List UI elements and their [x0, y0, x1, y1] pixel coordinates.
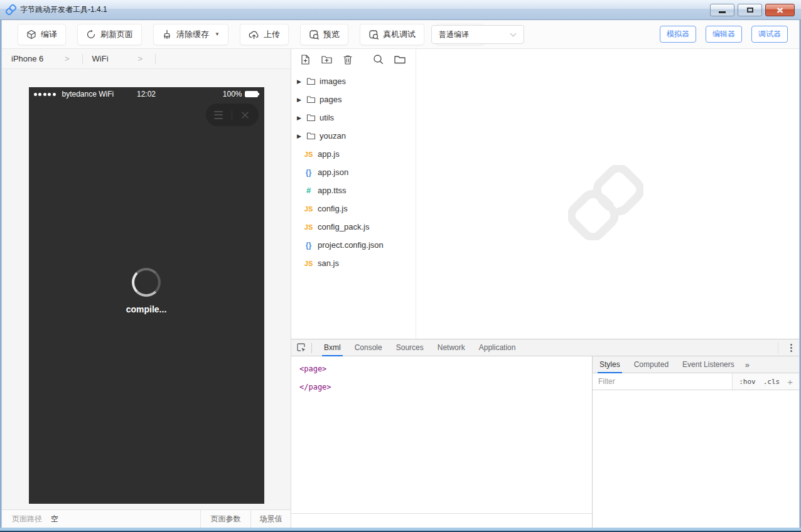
js-file-icon: JS — [303, 151, 314, 158]
hover-state-toggle[interactable]: :hov — [739, 378, 756, 386]
minimize-icon — [719, 11, 726, 13]
styles-filter-input[interactable] — [593, 373, 732, 390]
expand-triangle-icon[interactable]: ▶ — [297, 78, 303, 85]
simulator-toggle-button[interactable]: 模拟器 — [660, 26, 696, 43]
refresh-label: 刷新页面 — [100, 29, 133, 40]
delete-file-button[interactable] — [343, 54, 353, 65]
tree-file-app-ttss[interactable]: # app.ttss — [291, 181, 416, 200]
code-line[interactable]: </page> — [299, 378, 592, 396]
ttss-file-icon: # — [303, 186, 314, 195]
page-params-tab[interactable]: 页面参数 — [200, 510, 250, 528]
styles-sidebar-pane: Styles Computed Event Listeners » :hov .… — [592, 356, 799, 528]
device-bar: iPhone 6 > WiFi > — [2, 49, 291, 69]
editor-toggle-button[interactable]: 编辑器 — [706, 26, 742, 43]
remote-debug-button[interactable]: 真机调试 — [360, 24, 424, 45]
tree-folder-pages[interactable]: ▶ pages — [291, 90, 416, 109]
watermark-logo-icon — [568, 165, 643, 240]
close-icon — [777, 8, 783, 13]
network-select[interactable]: WiFi — [92, 54, 138, 63]
compile-label: 编译 — [41, 29, 57, 40]
devtools-tab-application[interactable]: Application — [472, 339, 523, 356]
open-folder-button[interactable] — [394, 54, 406, 65]
devtools-tab-network[interactable]: Network — [431, 339, 472, 356]
tab-styles[interactable]: Styles — [593, 356, 627, 373]
divider — [311, 343, 312, 353]
tree-folder-images[interactable]: ▶ images — [291, 72, 416, 90]
editor-toggle-label: 编辑器 — [712, 29, 735, 40]
new-file-button[interactable] — [300, 54, 311, 65]
preview-button[interactable]: 预览 — [300, 24, 348, 45]
tree-file-app-js[interactable]: JS app.js — [291, 145, 416, 163]
inspector-footer — [291, 513, 592, 528]
compile-mode-select[interactable]: 普通编译 — [431, 25, 524, 44]
file-name: app.json — [318, 168, 348, 177]
debugger-toggle-button[interactable]: 调试器 — [751, 26, 788, 43]
tree-file-config-js[interactable]: JS config.js — [291, 200, 416, 218]
clear-cache-button[interactable]: 清除缓存 ▼ — [153, 24, 228, 45]
devtools-tab-console[interactable]: Console — [348, 339, 389, 356]
expand-triangle-icon[interactable]: ▶ — [297, 97, 303, 103]
file-name: project.config.json — [318, 240, 384, 250]
json-file-icon: {} — [303, 241, 314, 250]
scene-value-label: 场景值 — [260, 514, 282, 524]
minimize-button[interactable] — [710, 4, 734, 16]
tree-file-san-js[interactable]: JS san.js — [291, 254, 416, 272]
main-toolbar: 编译 刷新页面 清除缓存 ▼ 上传 — [2, 20, 799, 49]
expand-triangle-icon[interactable]: ▶ — [297, 133, 303, 139]
expand-triangle-icon[interactable]: ▶ — [297, 115, 303, 121]
remote-debug-label: 真机调试 — [383, 29, 416, 40]
upload-label: 上传 — [264, 29, 280, 40]
tree-file-app-json[interactable]: {} app.json — [291, 163, 416, 181]
tree-folder-utils[interactable]: ▶ utils — [291, 109, 416, 127]
menu-icon[interactable] — [214, 111, 223, 119]
close-button[interactable] — [765, 4, 795, 16]
maximize-button[interactable] — [738, 4, 762, 16]
tab-label: Application — [479, 343, 516, 352]
inspect-cursor-icon — [296, 343, 306, 353]
device-select[interactable]: iPhone 6 — [11, 54, 65, 63]
styles-tab-bar: Styles Computed Event Listeners » — [593, 356, 799, 373]
page-params-label: 页面参数 — [211, 514, 241, 524]
tree-file-config-pack-js[interactable]: JS config_pack.js — [291, 218, 416, 236]
devtools-tab-bxml[interactable]: Bxml — [317, 339, 348, 356]
file-tree-toolbar — [291, 49, 416, 70]
devtools-tab-sources[interactable]: Sources — [389, 339, 431, 356]
close-miniapp-icon[interactable] — [240, 110, 250, 120]
devtools-menu-button[interactable] — [790, 344, 792, 352]
upload-cloud-icon — [249, 29, 259, 40]
tab-event-listeners[interactable]: Event Listeners — [675, 356, 741, 373]
search-files-button[interactable] — [373, 54, 384, 65]
phone-status-bar: bytedance WiFi 12:02 100% — [29, 87, 264, 101]
divider — [155, 54, 156, 64]
compile-button[interactable]: 编译 — [18, 24, 66, 45]
loading-spinner — [132, 268, 161, 297]
tab-label: Sources — [396, 343, 424, 352]
refresh-page-button[interactable]: 刷新页面 — [77, 24, 142, 45]
new-style-rule-button[interactable]: + — [787, 376, 793, 387]
folder-icon — [306, 77, 316, 85]
new-folder-button[interactable] — [321, 54, 333, 65]
tree-file-project-config-json[interactable]: {} project.config.json — [291, 236, 416, 254]
compile-mode-value: 普通编译 — [439, 29, 469, 40]
inspect-element-button[interactable] — [291, 343, 311, 353]
battery-icon — [245, 91, 259, 97]
tab-label: Console — [355, 343, 382, 352]
page-path-value: 空 — [51, 514, 58, 524]
scene-value-tab[interactable]: 场景值 — [250, 510, 291, 528]
tab-label: Event Listeners — [682, 360, 734, 369]
maximize-icon — [747, 8, 753, 13]
code-line[interactable]: <page> — [299, 360, 592, 378]
tab-computed[interactable]: Computed — [627, 356, 675, 373]
bxml-code[interactable]: <page> </page> — [291, 356, 592, 396]
tab-label: Computed — [634, 360, 669, 369]
upload-button[interactable]: 上传 — [240, 24, 289, 45]
more-tabs-chevrons-icon[interactable]: » — [741, 360, 753, 370]
tree-folder-youzan[interactable]: ▶ youzan — [291, 127, 416, 145]
editor-preview-panel — [416, 49, 799, 339]
js-file-icon: JS — [303, 205, 314, 213]
caret-down-icon: ▼ — [215, 31, 220, 37]
devtools-tab-bar: Bxml Console Sources Network Application — [291, 339, 799, 356]
file-name: san.js — [318, 258, 339, 268]
devtools-panel: Bxml Console Sources Network Application… — [291, 339, 799, 528]
class-toggle[interactable]: .cls — [763, 378, 780, 386]
